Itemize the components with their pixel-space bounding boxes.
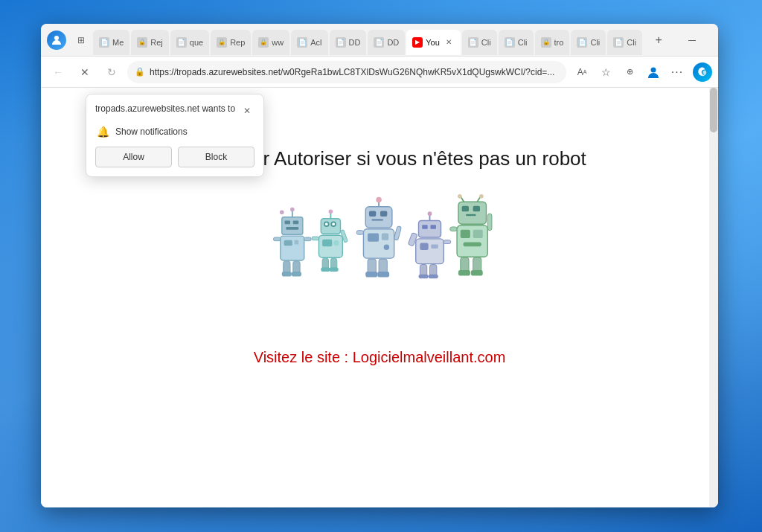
svg-point-54: [428, 211, 432, 216]
tab-favicon: 📄: [336, 37, 346, 48]
svg-rect-44: [356, 231, 363, 235]
svg-rect-28: [312, 237, 318, 240]
scrollbar-thumb[interactable]: [710, 88, 717, 132]
maximize-button[interactable]: □: [709, 28, 718, 52]
tab-favicon: 🔒: [541, 37, 551, 48]
stop-button[interactable]: ✕: [74, 61, 96, 83]
tab-favicon: 📄: [505, 37, 515, 48]
allow-button[interactable]: Allow: [95, 147, 172, 167]
tab-label: que: [190, 38, 203, 47]
tab-cli1[interactable]: 📄 Cli: [462, 30, 497, 55]
tab-rej1[interactable]: 🔒 Rej: [131, 30, 169, 55]
more-options-icon[interactable]: ···: [666, 61, 688, 83]
tab-cli2[interactable]: 📄 Cli: [499, 30, 534, 55]
tab-label: ww: [272, 38, 284, 47]
svg-point-0: [54, 36, 59, 40]
tab-cli3[interactable]: 📄 Cli: [571, 30, 606, 55]
tab-favicon: 📄: [99, 37, 109, 48]
tab-favicon: 📄: [577, 37, 587, 48]
svg-point-24: [329, 210, 333, 214]
svg-point-8: [280, 210, 284, 214]
address-bar: ← ✕ ↻ 🔒 https://tropads.azurewebsites.ne…: [41, 57, 718, 88]
svg-rect-66: [473, 206, 480, 212]
refresh-button[interactable]: ↻: [100, 61, 123, 83]
tab-close-button[interactable]: ✕: [443, 36, 455, 48]
svg-rect-4: [293, 221, 299, 225]
svg-rect-33: [330, 267, 339, 272]
tab-dd2[interactable]: 📄 DD: [368, 30, 405, 55]
popup-close-button[interactable]: ✕: [240, 103, 254, 118]
svg-rect-11: [295, 240, 299, 245]
svg-rect-76: [450, 227, 457, 231]
svg-rect-9: [281, 236, 304, 260]
svg-rect-18: [321, 219, 340, 234]
tab-tro[interactable]: 🔒 tro: [535, 30, 570, 55]
svg-rect-55: [416, 239, 444, 264]
popup-header: tropads.azurewebsites.net wants to ✕: [95, 103, 254, 118]
tab-label: Cli: [518, 38, 528, 47]
tab-label: DD: [349, 38, 361, 47]
lock-icon: 🔒: [135, 67, 145, 77]
popup-notification-row: 🔔 Show notifications: [95, 126, 254, 138]
block-button[interactable]: Block: [178, 147, 254, 167]
profile-picture-icon[interactable]: [642, 61, 665, 83]
tab-label-active: You: [426, 38, 440, 47]
svg-rect-74: [473, 230, 483, 238]
show-notifications-text: Show notifications: [115, 126, 188, 137]
page-content: tropads.azurewebsites.net wants to ✕ 🔔 S…: [41, 88, 718, 507]
minimize-button[interactable]: —: [675, 28, 709, 52]
svg-rect-81: [471, 270, 483, 276]
svg-rect-26: [322, 240, 332, 246]
tab-label: Cli: [590, 38, 600, 47]
tab-list-icon[interactable]: ⊞: [72, 31, 90, 49]
robots-svg: [253, 193, 506, 304]
profile-avatar[interactable]: [47, 31, 66, 50]
tab-ww[interactable]: 🔒 ww: [252, 30, 289, 55]
tab-you-active[interactable]: ▶ You ✕: [406, 30, 461, 55]
footer-text: Visitez le site : Logicielmalveillant.co…: [41, 349, 718, 366]
svg-rect-17: [292, 272, 301, 277]
svg-point-1: [651, 67, 656, 72]
bell-icon: 🔔: [97, 126, 109, 138]
svg-point-68: [458, 194, 462, 199]
tab-me[interactable]: 📄 Me: [93, 30, 129, 55]
read-aloud-icon[interactable]: AA: [571, 61, 593, 83]
tab-favicon: 🔒: [137, 37, 147, 48]
svg-rect-49: [377, 272, 389, 278]
tab-favicon: 📄: [374, 37, 384, 48]
tab-label: DD: [387, 38, 399, 47]
tab-favicon: 🔒: [217, 37, 227, 48]
tab-que[interactable]: 📄 que: [170, 30, 209, 55]
url-text: https://tropads.azurewebsites.net/w0RgeR…: [150, 67, 554, 77]
favorites-icon[interactable]: ☆: [595, 61, 617, 83]
back-button[interactable]: ←: [47, 61, 69, 83]
svg-rect-40: [363, 229, 394, 258]
svg-rect-5: [286, 227, 298, 230]
svg-rect-65: [462, 206, 469, 212]
tab-acl[interactable]: 📄 Acl: [291, 30, 327, 55]
robots-illustration: [41, 193, 718, 304]
svg-rect-41: [368, 233, 379, 241]
tab-cli4[interactable]: 📄 Cli: [607, 30, 642, 55]
tab-rej2[interactable]: 🔒 Rep: [211, 30, 251, 55]
svg-rect-45: [394, 226, 401, 241]
tab-dd1[interactable]: 📄 DD: [330, 30, 367, 55]
new-tab-button[interactable]: +: [648, 30, 669, 51]
tab-strip-area: ⊞ 📄 Me 🔒 Rej 📄 que 🔒 Rep: [47, 25, 669, 55]
svg-rect-62: [419, 275, 429, 279]
svg-point-27: [333, 240, 339, 246]
svg-rect-75: [464, 243, 481, 247]
window-controls: — □ ✕: [675, 28, 718, 52]
collections-icon[interactable]: ⊕: [618, 61, 641, 83]
notification-permission-popup: tropads.azurewebsites.net wants to ✕ 🔔 S…: [86, 94, 264, 177]
url-bar[interactable]: 🔒 https://tropads.azurewebsites.net/w0Rg…: [127, 61, 566, 83]
tab-label: tro: [554, 38, 564, 47]
svg-rect-73: [461, 230, 470, 238]
popup-title-text: tropads.azurewebsites.net wants to: [95, 103, 235, 115]
svg-rect-35: [369, 211, 376, 217]
svg-point-39: [376, 197, 382, 203]
scrollbar[interactable]: [709, 88, 718, 507]
tab-label: Rep: [230, 38, 245, 47]
svg-rect-80: [458, 270, 470, 276]
svg-rect-13: [304, 237, 311, 241]
